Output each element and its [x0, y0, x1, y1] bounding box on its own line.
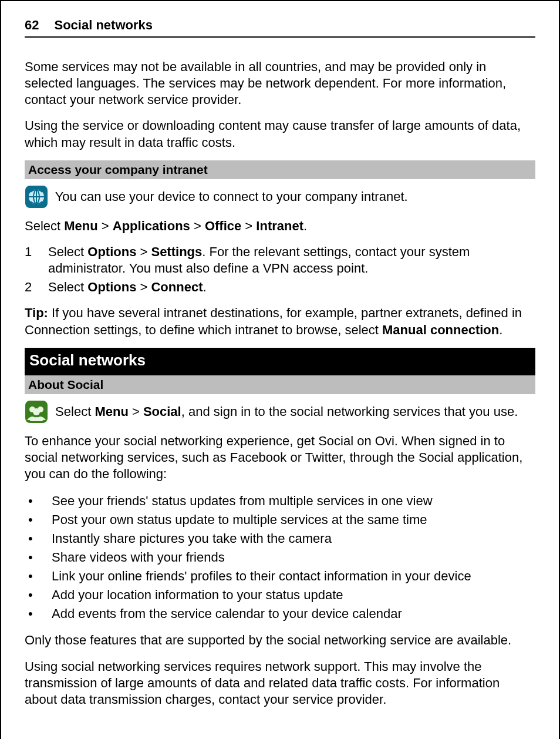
- nav-intranet: Intranet: [256, 219, 303, 233]
- social-paragraph-2: Only those features that are supported b…: [25, 632, 535, 649]
- nav-menu: Menu: [64, 219, 97, 233]
- step2-pre: Select: [48, 280, 87, 294]
- section-heading-about-social: About Social: [25, 375, 535, 394]
- document-page: 62 Social networks Some services may not…: [0, 0, 560, 739]
- social-intro-text: Select Menu > Social, and sign in to the…: [52, 404, 518, 419]
- list-item: See your friends' status updates from mu…: [25, 492, 535, 510]
- nav-sep3: >: [241, 219, 256, 233]
- bullet-text: Link your online friends' profiles to th…: [52, 567, 471, 586]
- intranet-tip: Tip: If you have several intranet destin…: [25, 305, 535, 338]
- list-item: Instantly share pictures you take with t…: [25, 529, 535, 548]
- social-menu: Menu: [95, 404, 128, 419]
- social-pre: Select: [52, 404, 95, 419]
- bullet-text: Instantly share pictures you take with t…: [52, 529, 332, 548]
- nav-applications: Applications: [113, 219, 190, 233]
- intranet-intro: You can use your device to connect to yo…: [25, 185, 535, 209]
- bullet-text: Post your own status update to multiple …: [52, 510, 427, 529]
- chapter-heading-social: Social networks: [25, 348, 535, 375]
- people-icon: [25, 400, 48, 424]
- bullet-text: Share videos with your friends: [52, 548, 225, 567]
- section-heading-intranet: Access your company intranet: [25, 160, 535, 179]
- list-item: Link your online friends' profiles to th…: [25, 567, 535, 586]
- intranet-navigation-path: Select Menu > Applications > Office > In…: [25, 218, 535, 234]
- list-item: Share videos with your friends: [25, 548, 535, 567]
- tip-post: .: [499, 323, 502, 337]
- list-item: Post your own status update to multiple …: [25, 510, 535, 529]
- social-social: Social: [143, 404, 181, 419]
- step2-post: .: [203, 280, 206, 294]
- step-2: Select Options > Connect.: [25, 279, 535, 295]
- step1-sep: >: [136, 244, 151, 259]
- social-post: , and sign in to the social networking s…: [181, 404, 518, 419]
- nav-sep1: >: [98, 219, 113, 233]
- nav-pre: Select: [25, 219, 64, 233]
- step2-connect: Connect: [151, 280, 203, 294]
- social-paragraph-3: Using social networking services require…: [25, 659, 535, 708]
- intranet-steps: Select Options > Settings. For the relev…: [25, 244, 535, 295]
- social-intro: Select Menu > Social, and sign in to the…: [25, 400, 535, 424]
- step1-options: Options: [87, 244, 136, 259]
- nav-post: .: [303, 219, 307, 233]
- intranet-intro-text: You can use your device to connect to yo…: [52, 189, 408, 204]
- intro-paragraph-2: Using the service or downloading content…: [25, 117, 535, 150]
- step-1: Select Options > Settings. For the relev…: [25, 244, 535, 277]
- step2-options: Options: [87, 280, 136, 294]
- intro-paragraph-1: Some services may not be available in al…: [25, 59, 535, 108]
- page-header: 62 Social networks: [25, 18, 535, 38]
- globe-icon: [25, 185, 48, 209]
- page-header-title: Social networks: [54, 18, 153, 33]
- step2-sep: >: [136, 280, 151, 294]
- social-paragraph-1: To enhance your social networking experi…: [25, 433, 535, 482]
- bullet-text: See your friends' status updates from mu…: [52, 492, 433, 510]
- list-item: Add your location information to your st…: [25, 586, 535, 604]
- page-number: 62: [25, 18, 39, 33]
- social-sep: >: [129, 404, 143, 419]
- tip-label: Tip:: [25, 305, 52, 320]
- social-feature-list: See your friends' status updates from mu…: [25, 492, 535, 623]
- nav-office: Office: [205, 219, 241, 233]
- nav-sep2: >: [190, 219, 205, 233]
- list-item: Add events from the service calendar to …: [25, 604, 535, 623]
- step1-settings: Settings: [151, 244, 202, 259]
- tip-manual-connection: Manual connection: [382, 323, 499, 337]
- step1-pre: Select: [48, 244, 87, 259]
- svg-point-5: [33, 408, 40, 415]
- bullet-text: Add your location information to your st…: [52, 586, 343, 604]
- bullet-text: Add events from the service calendar to …: [52, 604, 402, 623]
